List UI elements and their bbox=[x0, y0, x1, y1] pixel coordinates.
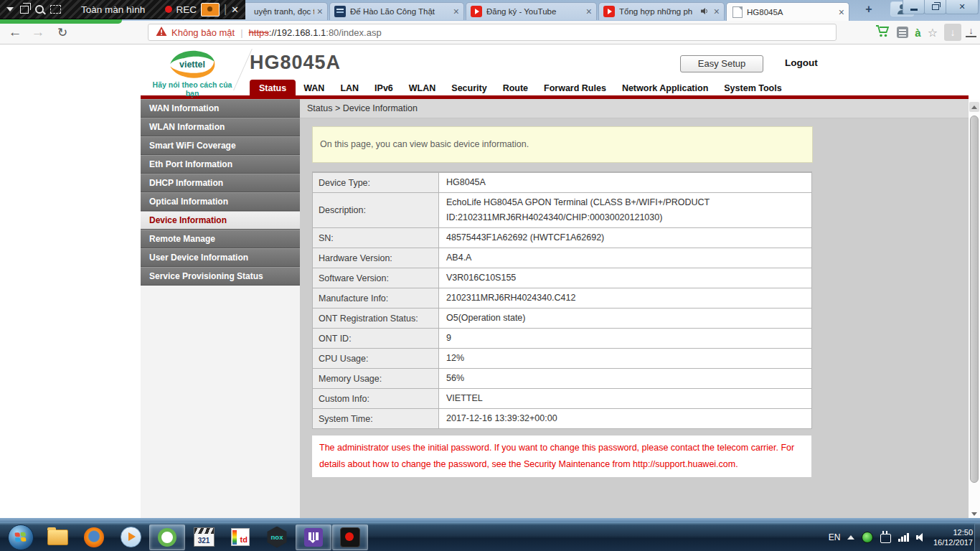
sidebar-item[interactable]: WAN Information bbox=[141, 99, 300, 118]
tab-close-icon[interactable]: × bbox=[453, 6, 459, 17]
table-row: Custom Info: VIETTEL bbox=[313, 388, 811, 408]
browser-tab[interactable]: Đế Hào Lão Công Thật × bbox=[329, 2, 464, 20]
recorder-dropdown-icon[interactable] bbox=[6, 7, 14, 11]
nav-item[interactable]: WAN bbox=[296, 80, 332, 95]
sidebar-item[interactable]: DHCP Information bbox=[141, 174, 300, 192]
signal-strength-icon[interactable] bbox=[898, 533, 909, 542]
easy-setup-button[interactable]: Easy Setup bbox=[680, 55, 763, 72]
sidebar-item[interactable]: User Device Information bbox=[141, 248, 300, 267]
media-player-icon[interactable] bbox=[113, 524, 149, 550]
tab-audio-icon[interactable] bbox=[701, 7, 709, 17]
nav-item[interactable]: LAN bbox=[332, 80, 367, 95]
logout-button[interactable]: Logout bbox=[785, 57, 818, 68]
back-button[interactable]: ← bbox=[6, 22, 24, 42]
tray-expand-icon[interactable] bbox=[847, 535, 854, 540]
reload-button[interactable]: ↻ bbox=[53, 22, 72, 42]
browser-tab[interactable]: Đăng ký - YouTube × bbox=[466, 2, 597, 20]
rec-label: REC bbox=[176, 4, 197, 15]
nav-item[interactable]: Security bbox=[443, 80, 494, 95]
coccoc-browser-icon[interactable] bbox=[149, 524, 185, 550]
translate-icon[interactable] bbox=[897, 27, 908, 38]
mtd-player-icon[interactable]: td bbox=[222, 524, 258, 550]
system-tray: EN 12:50 16/12/2017 bbox=[829, 523, 973, 551]
tab-close-icon[interactable]: × bbox=[714, 6, 720, 17]
scroll-down-icon[interactable] bbox=[971, 512, 977, 516]
security-warning-icon bbox=[156, 26, 167, 39]
tray-app-icon[interactable] bbox=[862, 532, 873, 543]
recorder-close-icon[interactable]: ✕ bbox=[231, 4, 239, 15]
nav-item[interactable]: System Tools bbox=[716, 80, 789, 95]
nav-item[interactable]: WLAN bbox=[401, 80, 444, 95]
sidebar-item[interactable]: Eth Port Information bbox=[141, 155, 300, 174]
twitch-icon[interactable] bbox=[296, 524, 331, 550]
volume-icon[interactable] bbox=[916, 533, 926, 542]
table-row-label: System Time: bbox=[313, 409, 439, 428]
recorder-zoom-icon[interactable] bbox=[35, 5, 44, 14]
table-row-label: Software Version: bbox=[313, 268, 439, 288]
downloads-button[interactable]: ↓ bbox=[966, 25, 976, 37]
accent-typing-icon[interactable]: à bbox=[915, 27, 920, 39]
table-row: Device Type: HG8045A bbox=[313, 172, 811, 192]
scrollbar-thumb[interactable] bbox=[970, 116, 979, 483]
screen: uyện tranh, đọc t × Đế Hào Lão Công Thật… bbox=[0, 0, 980, 551]
sidebar-item[interactable]: Service Provisioning Status bbox=[141, 267, 300, 286]
minimize-button[interactable] bbox=[903, 0, 925, 14]
tab-favicon-icon bbox=[732, 6, 743, 18]
url-host: ://192.168.1.1 bbox=[269, 27, 326, 38]
nav-item[interactable]: IPv6 bbox=[367, 80, 401, 95]
security-warning-label: Không bảo mật bbox=[171, 27, 235, 38]
nav-item[interactable]: Route bbox=[495, 80, 536, 95]
sidebar-item[interactable]: Remote Manage bbox=[141, 230, 300, 248]
network-plug-icon[interactable] bbox=[880, 534, 891, 543]
sidebar-item[interactable]: Device Information bbox=[141, 211, 300, 230]
recording-dot-icon bbox=[165, 6, 172, 13]
mpc-hc-icon[interactable]: 321 bbox=[186, 524, 222, 550]
tab-title: Đế Hào Lão Công Thật bbox=[350, 7, 451, 16]
screen-recorder-icon[interactable] bbox=[332, 524, 368, 550]
main-content: Status > Device Information On this page… bbox=[300, 99, 969, 518]
table-row-label: Memory Usage: bbox=[313, 369, 439, 388]
table-row-label: ONT ID: bbox=[313, 329, 439, 348]
bookmark-star-icon[interactable]: ☆ bbox=[928, 26, 938, 39]
recorder-window-icon[interactable] bbox=[20, 6, 29, 14]
recorder-region-icon[interactable] bbox=[50, 5, 61, 14]
language-indicator[interactable]: EN bbox=[829, 532, 841, 542]
frame-scrollbar[interactable] bbox=[969, 100, 980, 518]
coccoc-green-strip bbox=[0, 19, 122, 24]
screenshot-camera-button[interactable] bbox=[201, 3, 220, 17]
browser-tab[interactable]: Tổng hợp những ph × bbox=[598, 2, 725, 20]
browser-tab[interactable]: HG8045A × bbox=[726, 2, 849, 21]
scroll-up-icon[interactable] bbox=[969, 102, 979, 112]
restore-button[interactable] bbox=[924, 0, 946, 14]
table-row-value: 2102311MRJ6RH4024340.C412 bbox=[439, 288, 811, 308]
download-active-icon[interactable]: ↓ bbox=[944, 24, 961, 41]
sidebar-item[interactable]: Smart WiFi Coverage bbox=[141, 136, 300, 155]
sidebar-item[interactable]: WLAN Information bbox=[141, 118, 300, 136]
clock[interactable]: 12:50 16/12/2017 bbox=[933, 527, 973, 547]
table-row-label: Custom Info: bbox=[313, 389, 439, 408]
tab-close-icon[interactable]: × bbox=[317, 6, 323, 17]
nav-item[interactable]: Forward Rules bbox=[536, 80, 614, 95]
start-button[interactable] bbox=[3, 524, 39, 550]
nav-item[interactable]: Status bbox=[250, 80, 296, 95]
forward-button[interactable]: → bbox=[29, 22, 47, 42]
tab-close-icon[interactable]: × bbox=[839, 7, 844, 17]
close-button[interactable]: ✕ bbox=[946, 0, 979, 14]
address-bar[interactable]: Không bảo mật | https ://192.168.1.1 :80… bbox=[148, 24, 837, 41]
url-path: :80/index.asp bbox=[326, 27, 381, 38]
cart-icon[interactable] bbox=[875, 24, 890, 41]
tab-close-icon[interactable]: × bbox=[586, 6, 592, 17]
table-row-value: VIETTEL bbox=[439, 389, 811, 408]
firefox-icon[interactable] bbox=[76, 524, 112, 550]
new-tab-button[interactable]: + bbox=[859, 3, 878, 16]
file-explorer-icon[interactable] bbox=[39, 524, 75, 550]
logo-text: viettel bbox=[179, 60, 205, 70]
nox-emulator-icon[interactable]: nox bbox=[259, 524, 295, 550]
show-desktop-button[interactable] bbox=[974, 523, 980, 551]
table-row-label: SN: bbox=[313, 228, 439, 248]
nav-item[interactable]: Network Application bbox=[614, 80, 716, 95]
table-row-value: 56% bbox=[439, 369, 811, 388]
table-row-label: Hardware Version: bbox=[313, 248, 439, 268]
table-row-value: 9 bbox=[439, 329, 811, 348]
sidebar-item[interactable]: Optical Information bbox=[141, 192, 300, 211]
